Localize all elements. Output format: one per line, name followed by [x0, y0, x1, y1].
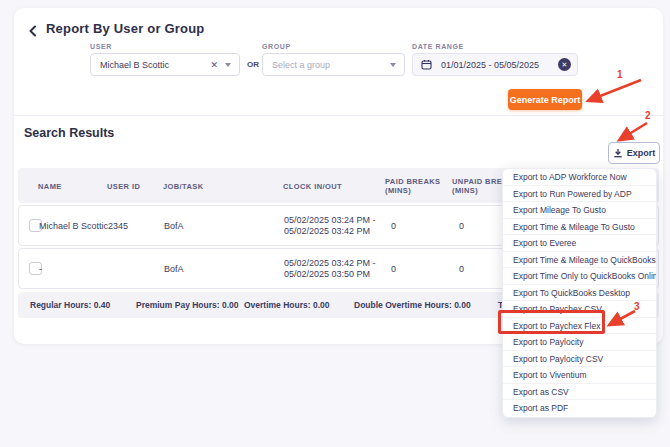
cell-job-task: BofA	[164, 264, 184, 274]
summary-premium-pay-hours: Premium Pay Hours: 0.00	[136, 300, 239, 310]
clear-user-icon[interactable]: ✕	[206, 60, 222, 70]
export-button-label: Export	[627, 148, 656, 158]
export-menu-item-time-only-quickbooks-online[interactable]: Export Time Only to QuickBooks Online	[503, 268, 656, 285]
date-range-label: DATE RANGE	[412, 43, 464, 50]
cell-paid-breaks: 0	[391, 221, 396, 231]
export-icon	[613, 148, 623, 158]
user-select-value: Michael B Scottic	[91, 60, 206, 70]
or-separator: OR	[247, 60, 259, 69]
export-menu-item-quickbooks-desktop[interactable]: Export To QuickBooks Desktop	[503, 285, 656, 302]
export-menu-item-everee[interactable]: Export to Everee	[503, 235, 656, 252]
export-menu-item-csv[interactable]: Export as CSV	[503, 384, 656, 401]
export-menu-item-paychex-csv[interactable]: Export to Paychex CSV	[503, 301, 656, 318]
cell-unpaid-breaks: 0	[459, 264, 464, 274]
date-range-field[interactable]: 01/01/2025 - 05/05/2025 ✕	[412, 53, 578, 76]
cell-name: Michael B Scottic	[39, 221, 108, 231]
user-label: USER	[90, 43, 112, 50]
export-menu-item-paychex-flex[interactable]: Export to Paychex Flex	[503, 318, 656, 335]
page-title: Report By User or Group	[46, 21, 204, 36]
clock-line2: 05/02/2025 03:50 PM	[284, 269, 370, 279]
col-paid-breaks-line1: PAID BREAKS	[385, 177, 441, 186]
chevron-down-icon[interactable]	[225, 63, 231, 67]
export-menu-item-paylocity-csv[interactable]: Export to Paylocity CSV	[503, 351, 656, 368]
col-paid-breaks: PAID BREAKS (MINS)	[385, 177, 441, 195]
clock-line1: 05/02/2025 03:42 PM -	[284, 258, 376, 268]
generate-report-button[interactable]: Generate Report	[508, 89, 582, 110]
clear-date-icon[interactable]: ✕	[558, 58, 571, 71]
report-page: Report By User or Group USER Michael B S…	[0, 0, 670, 447]
section-divider	[14, 115, 663, 116]
calendar-icon	[421, 59, 432, 70]
summary-regular-hours: Regular Hours: 0.40	[30, 300, 110, 310]
col-job-task: JOB/TASK	[163, 182, 204, 191]
cell-clock-in-out: 05/02/2025 03:42 PM - 05/02/2025 03:50 P…	[284, 258, 376, 280]
clock-line1: 05/02/2025 03:24 PM -	[284, 215, 376, 225]
group-select[interactable]: Select a group	[262, 53, 405, 76]
export-menu-item-adp-workforce-now[interactable]: Export to ADP Workforce Now	[503, 169, 656, 186]
back-icon[interactable]	[28, 23, 38, 35]
export-menu-item-pdf[interactable]: Export as PDF	[503, 400, 656, 417]
cell-paid-breaks: 0	[391, 264, 396, 274]
cell-user-id: 2345	[108, 221, 128, 231]
group-select-placeholder: Select a group	[263, 60, 387, 70]
col-user-id: USER ID	[107, 182, 140, 191]
date-range-value: 01/01/2025 - 05/05/2025	[432, 60, 558, 70]
cell-unpaid-breaks: 0	[459, 221, 464, 231]
export-menu-item-viventium[interactable]: Export to Viventium	[503, 367, 656, 384]
summary-overtime-hours: Overtime Hours: 0.00	[244, 300, 330, 310]
cell-job-task: BofA	[164, 221, 184, 231]
clock-line2: 05/02/2025 03:42 PM	[284, 226, 370, 236]
export-dropdown-menu: Export to ADP Workforce Now Export to Ru…	[502, 168, 657, 418]
export-menu-item-paylocity[interactable]: Export to Paylocity	[503, 334, 656, 351]
export-menu-item-time-mileage-gusto[interactable]: Export Time & Mileage To Gusto	[503, 219, 656, 236]
export-menu-item-time-mileage-quickbooks-online[interactable]: Export Time & Mileage to QuickBooks Onli…	[503, 252, 656, 269]
page-header: Report By User or Group	[28, 21, 204, 36]
cell-clock-in-out: 05/02/2025 03:24 PM - 05/02/2025 03:42 P…	[284, 215, 376, 237]
group-label: GROUP	[262, 43, 291, 50]
export-menu-item-mileage-gusto[interactable]: Export Mileage To Gusto	[503, 202, 656, 219]
col-unpaid-breaks-line2: (MINS)	[452, 186, 478, 195]
col-paid-breaks-line2: (MINS)	[385, 186, 411, 195]
chevron-down-icon[interactable]	[390, 63, 396, 67]
export-menu-item-run-powered-by-adp[interactable]: Export to Run Powered by ADP	[503, 186, 656, 203]
search-results-title: Search Results	[24, 126, 114, 140]
export-button[interactable]: Export	[608, 142, 660, 164]
user-select[interactable]: Michael B Scottic ✕	[90, 53, 240, 76]
cell-name: -	[39, 264, 42, 274]
col-clock-in-out: CLOCK IN/OUT	[283, 182, 342, 191]
col-name: NAME	[38, 182, 62, 191]
summary-double-overtime-hours: Double Overtime Hours: 0.00	[354, 300, 471, 310]
